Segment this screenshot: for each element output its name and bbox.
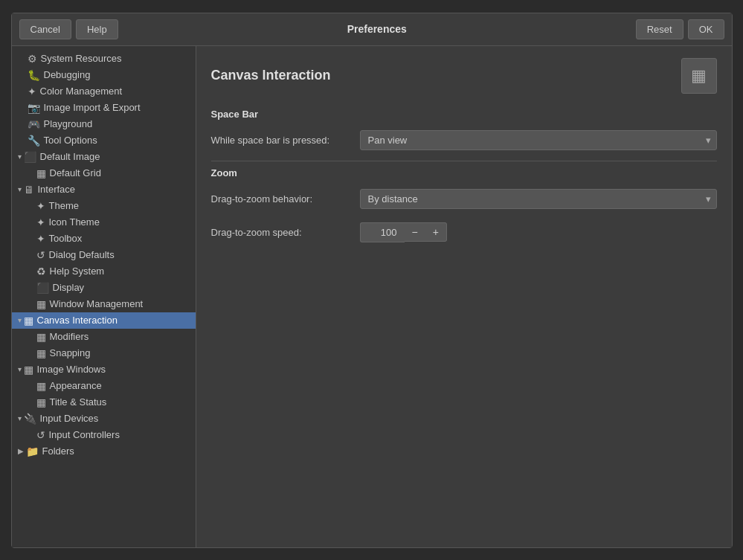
- sidebar-item-input-devices[interactable]: ▾🔌Input Devices: [12, 411, 196, 427]
- sidebar-item-image-import-export[interactable]: 📷Image Import & Export: [12, 100, 196, 116]
- tool-options-icon: 🔧: [28, 135, 40, 147]
- arrow-icon: ▾: [18, 316, 22, 324]
- sidebar-item-playground[interactable]: 🎮Playground: [12, 116, 196, 132]
- window-management-icon: ▦: [36, 298, 46, 310]
- section-title: Canvas Interaction: [211, 68, 681, 83]
- dialog-title: Preferences: [123, 23, 631, 35]
- sidebar-item-title-status[interactable]: ▦Title & Status: [12, 394, 196, 411]
- sidebar-item-dialog-defaults[interactable]: ↺Dialog Defaults: [12, 247, 196, 263]
- dialog-defaults-icon: ↺: [36, 249, 45, 261]
- sidebar-item-modifiers[interactable]: ▦Modifiers: [12, 329, 196, 345]
- arrow-icon: ▾: [18, 152, 22, 161]
- sidebar-item-interface[interactable]: ▾🖥Interface: [12, 181, 196, 198]
- arrow-icon: ▾: [18, 365, 22, 373]
- sidebar-item-snapping[interactable]: ▦Snapping: [12, 345, 196, 361]
- drag-zoom-behavior-select[interactable]: By distance By speed Fixed: [360, 189, 717, 209]
- divider-1: [211, 161, 717, 161]
- sidebar-item-label: Image Windows: [37, 364, 106, 375]
- space-bar-select-wrap: Pan view Move tool No action: [360, 130, 717, 150]
- sidebar-item-label: Theme: [49, 200, 79, 211]
- folders-icon: 📁: [26, 445, 39, 457]
- sidebar-item-help-system[interactable]: ♻Help System: [12, 263, 196, 280]
- default-grid-icon: ▦: [36, 167, 46, 179]
- appearance-icon: ▦: [36, 380, 46, 392]
- sidebar-item-label: Display: [53, 282, 85, 293]
- sidebar-item-label: Help System: [50, 265, 105, 277]
- space-bar-section-title: Space Bar: [211, 109, 717, 120]
- sidebar-item-default-image[interactable]: ▾⬛Default Image: [12, 149, 196, 165]
- sidebar-item-label: Debugging: [44, 69, 91, 80]
- zoom-section-title: Zoom: [211, 167, 717, 178]
- drag-zoom-behavior-control: By distance By speed Fixed: [360, 189, 717, 209]
- default-image-icon: ⬛: [24, 151, 36, 163]
- sidebar-item-label: Appearance: [50, 380, 102, 391]
- ok-button[interactable]: OK: [688, 19, 724, 39]
- sidebar-item-image-windows[interactable]: ▾▦Image Windows: [12, 361, 196, 378]
- title-status-icon: ▦: [36, 396, 46, 408]
- sidebar-item-label: Dialog Defaults: [49, 249, 115, 260]
- header-right-buttons: Reset OK: [636, 19, 724, 39]
- sidebar-item-appearance[interactable]: ▦Appearance: [12, 378, 196, 394]
- decrease-button[interactable]: −: [405, 222, 425, 242]
- image-import-export-icon: 📷: [28, 102, 40, 114]
- input-controllers-icon: ↺: [36, 429, 45, 441]
- sidebar-item-input-controllers[interactable]: ↺Input Controllers: [12, 427, 196, 443]
- theme-icon: ✦: [36, 200, 45, 212]
- playground-icon: 🎮: [28, 118, 40, 130]
- dialog-header: Cancel Help Preferences Reset OK: [12, 13, 732, 46]
- number-row: − +: [360, 222, 717, 242]
- sidebar-item-label: Color Management: [40, 86, 123, 97]
- drag-zoom-behavior-select-wrap: By distance By speed Fixed: [360, 189, 717, 209]
- increase-button[interactable]: +: [425, 222, 447, 242]
- sidebar-item-default-grid[interactable]: ▦Default Grid: [12, 165, 196, 181]
- sidebar-item-label: Default Grid: [50, 167, 101, 178]
- space-bar-label: While space bar is pressed:: [211, 135, 360, 146]
- image-windows-icon: ▦: [24, 364, 33, 376]
- arrow-icon: ▾: [18, 185, 22, 193]
- drag-zoom-behavior-label: Drag-to-zoom behavior:: [211, 193, 360, 205]
- sidebar-item-tool-options[interactable]: 🔧Tool Options: [12, 132, 196, 149]
- space-bar-select[interactable]: Pan view Move tool No action: [360, 130, 717, 150]
- content-header: Canvas Interaction ▦: [211, 58, 717, 94]
- sidebar-item-label: Title & Status: [50, 396, 107, 408]
- sidebar-item-label: Tool Options: [44, 135, 97, 146]
- sidebar-item-debugging[interactable]: 🐛Debugging: [12, 67, 196, 83]
- drag-zoom-speed-label: Drag-to-zoom speed:: [211, 227, 360, 238]
- system-resources-icon: ⚙: [28, 53, 37, 65]
- sidebar-item-label: Icon Theme: [49, 216, 100, 228]
- sidebar-item-label: Folders: [42, 445, 74, 457]
- sidebar-item-label: System Resources: [41, 53, 122, 64]
- help-button[interactable]: Help: [76, 19, 118, 39]
- sidebar-item-canvas-interaction[interactable]: ▾▦Canvas Interaction: [12, 312, 196, 329]
- section-icon: ▦: [681, 58, 717, 94]
- sidebar: ⚙System Resources🐛Debugging✦Color Manage…: [12, 46, 196, 547]
- sidebar-item-label: Toolbox: [49, 233, 83, 244]
- sidebar-item-theme[interactable]: ✦Theme: [12, 198, 196, 214]
- sidebar-item-label: Input Devices: [40, 413, 99, 424]
- reset-button[interactable]: Reset: [636, 19, 684, 39]
- sidebar-item-system-resources[interactable]: ⚙System Resources: [12, 51, 196, 67]
- toolbox-icon: ✦: [36, 233, 45, 245]
- modifiers-icon: ▦: [36, 331, 46, 343]
- dialog-body: ⚙System Resources🐛Debugging✦Color Manage…: [12, 46, 732, 547]
- drag-zoom-speed-row: Drag-to-zoom speed: − +: [211, 219, 717, 245]
- sidebar-item-folders[interactable]: ▶📁Folders: [12, 443, 196, 460]
- input-devices-icon: 🔌: [24, 413, 36, 425]
- sidebar-item-label: Snapping: [50, 347, 91, 358]
- content-panel: Canvas Interaction ▦ Space Bar While spa…: [196, 46, 732, 547]
- sidebar-item-toolbox[interactable]: ✦Toolbox: [12, 231, 196, 247]
- drag-zoom-speed-input[interactable]: [360, 222, 405, 242]
- sidebar-item-icon-theme[interactable]: ✦Icon Theme: [12, 214, 196, 231]
- drag-zoom-behavior-row: Drag-to-zoom behavior: By distance By sp…: [211, 186, 717, 212]
- debugging-icon: 🐛: [28, 69, 40, 81]
- color-management-icon: ✦: [28, 86, 36, 97]
- sidebar-item-color-management[interactable]: ✦Color Management: [12, 83, 196, 100]
- interface-icon: 🖥: [24, 184, 34, 196]
- icon-theme-icon: ✦: [36, 216, 45, 228]
- sidebar-item-display[interactable]: ⬛Display: [12, 280, 196, 296]
- sidebar-item-label: Input Controllers: [49, 429, 120, 440]
- cancel-button[interactable]: Cancel: [19, 19, 71, 39]
- sidebar-item-label: Canvas Interaction: [37, 315, 118, 326]
- sidebar-item-window-management[interactable]: ▦Window Management: [12, 296, 196, 312]
- sidebar-item-label: Playground: [44, 118, 93, 129]
